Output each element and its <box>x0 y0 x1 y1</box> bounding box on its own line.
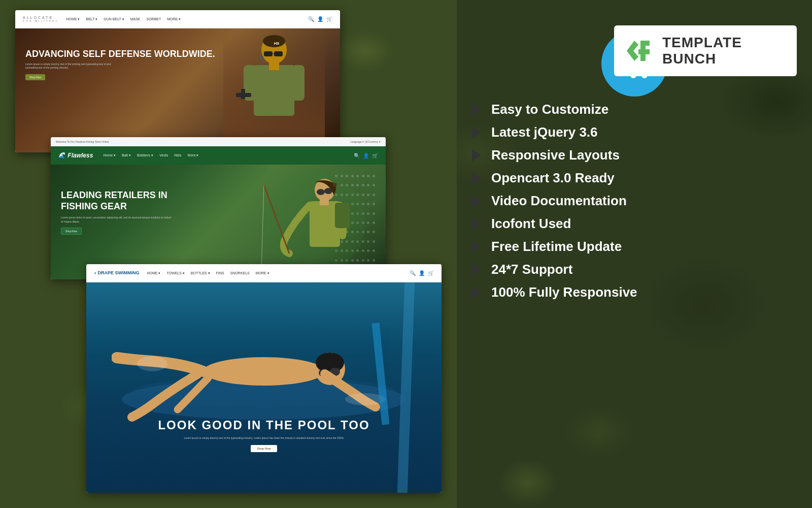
s1-shop-button[interactable]: Shop Now <box>25 74 45 80</box>
feature-text-5: Video Documentation <box>491 193 627 209</box>
screenshot-military[interactable]: ALLOCATE FOR MILITARY HOME ▾ BELT ▾ GUN … <box>15 10 340 152</box>
feature-text-3: Responsive Layouts <box>491 147 620 163</box>
s3-header: ✦ DRAPE SWIMMING HOME ▾ TOWELS ▾ BOTTLES… <box>86 264 442 282</box>
svg-rect-6 <box>269 62 279 70</box>
soldier-silhouette <box>233 32 315 149</box>
s2-header-icons: 🔍 👤 🛒 <box>354 153 378 158</box>
arrow-icon-3 <box>472 149 481 162</box>
svg-rect-5 <box>254 65 294 116</box>
s1-hero-subtitle: Lorem ipsum is simply dummy text of the … <box>25 62 117 70</box>
feature-item-7: Free Lifetime Update <box>472 239 797 255</box>
feature-text-8: 24*7 Support <box>491 262 572 277</box>
s2-logo: 🌊 Flawless <box>58 152 93 159</box>
feature-item-5: Video Documentation <box>472 193 797 209</box>
s1-figure <box>223 28 325 152</box>
fisher-silhouette <box>259 170 370 276</box>
s2-shop-button[interactable]: Shop Now <box>61 228 82 235</box>
s2-hero-subtitle: Lorem ipsum dolor sit amet, consectetur … <box>61 216 173 224</box>
arrow-icon-2 <box>472 126 481 139</box>
svg-rect-10 <box>241 89 245 99</box>
svg-line-21 <box>261 185 264 271</box>
s3-hero-subtitle: Lorem Ipsum is simply dummy text of the … <box>162 436 365 440</box>
swimmer-silhouette <box>112 298 416 430</box>
features-list: Easy to Customize Latest jQuery 3.6 Resp… <box>472 102 797 300</box>
svg-rect-22 <box>335 203 350 228</box>
arrow-icon-7 <box>472 241 481 253</box>
feature-item-2: Latest jQuery 3.6 <box>472 124 797 140</box>
s1-logo: ALLOCATE FOR MILITARY <box>23 16 59 22</box>
feature-item-3: Responsive Layouts <box>472 147 797 163</box>
svg-point-17 <box>333 183 337 187</box>
feature-text-6: Icofont Used <box>491 216 571 232</box>
right-panel: TEMPLATE BUNCH Easy to Customize Latest … <box>457 0 812 508</box>
arrow-icon-1 <box>472 104 481 116</box>
s2-topbar-options: Language ▾ | $ Currency ▾ <box>350 140 381 143</box>
svg-rect-1 <box>264 51 273 56</box>
s3-shop-button[interactable]: Shop Now <box>251 445 277 452</box>
feature-item-9: 100% Fully Responsive <box>472 284 797 300</box>
svg-point-27 <box>316 353 344 373</box>
search-icon: 🔍 <box>354 153 360 158</box>
feature-text-2: Latest jQuery 3.6 <box>491 124 598 140</box>
s2-header: 🌊 Flawless Home ▾ Bait ▾ Bobbers ▾ Vests… <box>51 146 386 165</box>
svg-point-11 <box>259 55 263 59</box>
search-icon: 🔍 <box>410 270 416 276</box>
cart-icon: 🛒 <box>372 153 378 158</box>
svg-rect-2 <box>274 51 283 56</box>
left-panel: ALLOCATE FOR MILITARY HOME ▾ BELT ▾ GUN … <box>0 0 457 508</box>
s1-header: ALLOCATE FOR MILITARY HOME ▾ BELT ▾ GUN … <box>15 10 340 28</box>
template-bunch-logo: TEMPLATE BUNCH <box>614 25 797 76</box>
feature-item-6: Icofont Used <box>472 216 797 232</box>
user-icon: 👤 <box>419 270 425 276</box>
s3-hero: LOOK GOOD IN THE POOL TOO Lorem Ipsum is… <box>86 282 442 493</box>
screenshots-container: ALLOCATE FOR MILITARY HOME ▾ BELT ▾ GUN … <box>0 0 457 508</box>
feature-item-1: Easy to Customize <box>472 102 797 117</box>
feature-text-1: Easy to Customize <box>491 102 608 117</box>
tb-logo-mark <box>624 36 655 66</box>
arrow-icon-6 <box>472 218 481 230</box>
s1-nav: HOME ▾ BELT ▾ GUN BELT ▾ MASK SORBET MOR… <box>66 17 300 21</box>
s1-hero-title: ADVANCING SELF DEFENSE WORLDWIDE. <box>25 49 215 60</box>
s3-nav: HOME ▾ TOWELS ▾ BOTTLES ▾ FINS SNORKELS … <box>147 271 402 275</box>
s1-hero-text: ADVANCING SELF DEFENSE WORLDWIDE. Lorem … <box>25 49 215 80</box>
s2-hero: // Generate dots inline LEADING RETAILER… <box>51 165 386 279</box>
s3-header-icons: 🔍 👤 🛒 <box>410 270 434 276</box>
arrow-icon-8 <box>472 264 481 276</box>
cart-icon: 🛒 <box>428 270 434 276</box>
arrow-icon-4 <box>472 172 481 184</box>
feature-text-7: Free Lifetime Update <box>491 239 622 255</box>
svg-rect-19 <box>320 199 329 205</box>
s2-nav: Home ▾ Bait ▾ Bobbers ▾ Vests Nets More … <box>103 153 344 157</box>
feature-text-4: Opencart 3.0 Ready <box>491 170 615 186</box>
svg-point-25 <box>203 357 325 386</box>
feature-text-9: 100% Fully Responsive <box>491 284 637 300</box>
screenshot-swimming[interactable]: ✦ DRAPE SWIMMING HOME ▾ TOWELS ▾ BOTTLES… <box>86 264 442 493</box>
cart-icon: 🛒 <box>326 16 332 22</box>
arrow-icon-5 <box>472 195 481 207</box>
search-icon: 🔍 <box>308 16 314 22</box>
s2-topbar: Welcome To Our Flawless Fishing Store On… <box>51 137 386 146</box>
template-bunch-text: TEMPLATE BUNCH <box>662 35 787 67</box>
s1-hero: ADVANCING SELF DEFENSE WORLDWIDE. Lorem … <box>15 28 340 152</box>
gun-label: H9 <box>274 41 279 46</box>
svg-rect-8 <box>292 65 304 101</box>
feature-item-4: Opencart 3.0 Ready <box>472 170 797 186</box>
svg-point-31 <box>137 356 167 371</box>
s2-topbar-welcome: Welcome To Our Flawless Fishing Store On… <box>56 140 109 143</box>
svg-point-15 <box>317 189 325 195</box>
s3-logo: ✦ DRAPE SWIMMING <box>94 270 140 276</box>
feature-item-8: 24*7 Support <box>472 262 797 277</box>
s2-hero-title: LEADING RETAILERS IN FISHING GEAR <box>61 190 173 212</box>
screenshot-fishing[interactable]: Welcome To Our Flawless Fishing Store On… <box>51 137 386 279</box>
s1-header-icons: 🔍 👤 🛒 <box>308 16 332 22</box>
s2-hero-text: LEADING RETAILERS IN FISHING GEAR Lorem … <box>61 190 173 235</box>
user-icon: 👤 <box>317 16 323 22</box>
svg-line-12 <box>261 59 263 65</box>
arrow-icon-9 <box>472 287 481 299</box>
user-icon: 👤 <box>363 153 369 158</box>
